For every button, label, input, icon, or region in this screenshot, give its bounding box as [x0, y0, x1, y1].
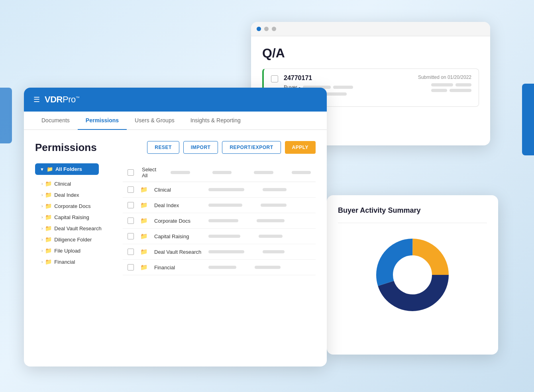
page-title: Permissions — [35, 141, 97, 154]
select-all-checkbox[interactable] — [128, 169, 134, 176]
row-checkbox-clinical[interactable] — [128, 186, 134, 193]
folder-item-diligence[interactable]: › 📁 Diligence Folder — [35, 234, 123, 245]
folder-label-file-upload: File Upload — [54, 248, 80, 254]
folder-icon-file-upload: 📁 — [45, 247, 52, 254]
row-ph-6b — [255, 266, 281, 269]
row-ph-3a — [208, 219, 238, 222]
qa-card-id: 24770171 — [284, 74, 412, 82]
folder-icon-diligence: 📁 — [45, 236, 52, 243]
qa-window-titlebar — [251, 22, 490, 36]
main-window: ☰ VDRPro™ Documents Permissions Users & … — [24, 88, 327, 367]
import-button[interactable]: IMPORT — [183, 141, 218, 154]
qa-rp-1a — [431, 83, 453, 86]
chevron-right-icon-deal-index: › — [41, 193, 43, 197]
folder-item-deal-index[interactable]: › 📁 Deal Index — [35, 189, 123, 200]
row-ph-5b — [263, 250, 285, 253]
table-row: 📁 Clinical — [123, 182, 316, 198]
folder-icon-clinical: 📁 — [45, 180, 52, 187]
donut-hole — [393, 256, 432, 294]
row-folder-icon-financial: 📁 — [140, 264, 148, 271]
header-placeholder-2 — [212, 171, 232, 174]
qa-card-checkbox[interactable] — [271, 75, 278, 82]
folder-item-clinical[interactable]: › 📁 Clinical — [35, 178, 123, 189]
table-row: 📁 Deal Index — [123, 198, 316, 213]
folder-item-capital-raising[interactable]: › 📁 Capital Raising — [35, 212, 123, 223]
chevron-right-icon-capital-raising: › — [41, 215, 43, 220]
bas-divider — [338, 223, 487, 223]
table-header-row: Select All — [123, 163, 316, 182]
qa-card-right: Submitted on 01/20/2022 — [418, 74, 471, 92]
qa-right-placeholders — [431, 83, 471, 92]
folder-label-diligence: Diligence Folder — [54, 237, 92, 243]
folder-icon-deal-index: 📁 — [45, 192, 52, 198]
row-ph-4b — [259, 235, 283, 238]
tab-documents[interactable]: Documents — [33, 112, 78, 130]
header-placeholder-1 — [171, 171, 190, 174]
folder-item-deal-vault[interactable]: › 📁 Deal Vault Research — [35, 223, 123, 234]
qa-rp-1b — [455, 83, 471, 86]
tab-permissions[interactable]: Permissions — [78, 112, 127, 130]
folder-icon-capital-raising: 📁 — [45, 214, 52, 220]
row-ph-6a — [208, 266, 236, 269]
row-folder-icon-capital-raising: 📁 — [140, 233, 148, 240]
folder-icon-all: 📁 — [47, 166, 53, 172]
logo-pro: Pro — [63, 94, 76, 104]
row-ph-5a — [208, 250, 244, 253]
table-row: 📁 Corporate Docs — [123, 213, 316, 229]
right-accent-bar — [522, 84, 534, 155]
row-checkbox-capital-raising[interactable] — [128, 233, 134, 239]
action-buttons: RESET IMPORT REPORT/EXPORT APPLY — [147, 141, 316, 154]
row-ph-1a — [208, 188, 244, 191]
header-placeholder-3 — [254, 171, 273, 174]
tab-insights[interactable]: Insights & Reporting — [183, 112, 249, 130]
report-export-button[interactable]: REPORT/EXPORT — [222, 141, 281, 154]
header-placeholder-4 — [292, 171, 311, 174]
qa-rp-2a — [431, 89, 447, 92]
folder-label-clinical: Clinical — [54, 181, 71, 187]
row-folder-icon-deal-index: 📁 — [140, 202, 148, 209]
row-checkbox-deal-vault[interactable] — [128, 249, 134, 255]
permissions-body: ▼ 📁 All Folders › 📁 Clinical › 📁 Deal In… — [35, 163, 316, 347]
folder-item-file-upload[interactable]: › 📁 File Upload — [35, 245, 123, 256]
folder-tree: ▼ 📁 All Folders › 📁 Clinical › 📁 Deal In… — [35, 163, 123, 347]
hamburger-icon[interactable]: ☰ — [33, 95, 40, 104]
table-row: 📁 Financial — [123, 260, 316, 275]
main-header: ☰ VDRPro™ — [24, 88, 327, 112]
folder-item-financial[interactable]: › 📁 Financial — [35, 256, 123, 267]
apply-button[interactable]: APPLY — [285, 141, 316, 154]
all-folders-label: All Folders — [55, 166, 82, 172]
all-folders-button[interactable]: ▼ 📁 All Folders — [35, 163, 99, 175]
row-folder-icon-corporate-docs: 📁 — [140, 217, 148, 224]
reset-button[interactable]: RESET — [147, 141, 179, 154]
permissions-table: Select All 📁 Clinical 📁 — [123, 163, 316, 347]
left-accent-bar — [0, 88, 12, 143]
main-content: Permissions RESET IMPORT REPORT/EXPORT A… — [24, 130, 327, 361]
row-folder-name-deal-vault: Deal Vault Research — [154, 249, 202, 255]
tab-users-groups[interactable]: Users & Groups — [127, 112, 183, 130]
chevron-right-icon-diligence: › — [41, 237, 43, 242]
table-row: 📁 Capital Raising — [123, 229, 316, 244]
row-checkbox-financial[interactable] — [128, 264, 134, 270]
row-ph-3b — [257, 219, 285, 222]
chevron-right-icon-file-upload: › — [41, 249, 43, 253]
row-checkbox-corporate-docs[interactable] — [128, 218, 134, 224]
qa-rp-2b — [450, 89, 471, 92]
row-checkbox-deal-index[interactable] — [128, 202, 134, 208]
window-dot-2 — [264, 27, 269, 31]
folder-label-corporate-docs: Corporate Docs — [54, 203, 90, 209]
row-ph-2a — [208, 204, 242, 207]
window-dot-1 — [257, 27, 261, 31]
chevron-down-icon: ▼ — [40, 167, 44, 172]
row-folder-name-financial: Financial — [154, 265, 202, 270]
row-folder-name-capital-raising: Capital Raising — [154, 233, 202, 239]
row-ph-4a — [208, 235, 240, 238]
row-folder-name-deal-index: Deal Index — [154, 202, 202, 208]
qa-buyer-placeholder-2 — [333, 86, 353, 89]
chevron-right-icon-corporate-docs: › — [41, 204, 43, 208]
folder-icon-corporate-docs: 📁 — [45, 203, 52, 209]
folder-label-capital-raising: Capital Raising — [54, 214, 89, 220]
folder-item-corporate-docs[interactable]: › 📁 Corporate Docs — [35, 200, 123, 212]
qa-card-submitted: Submitted on 01/20/2022 — [418, 74, 471, 80]
row-folder-name-corporate-docs: Corporate Docs — [154, 218, 202, 224]
row-folder-icon-deal-vault: 📁 — [140, 248, 148, 255]
